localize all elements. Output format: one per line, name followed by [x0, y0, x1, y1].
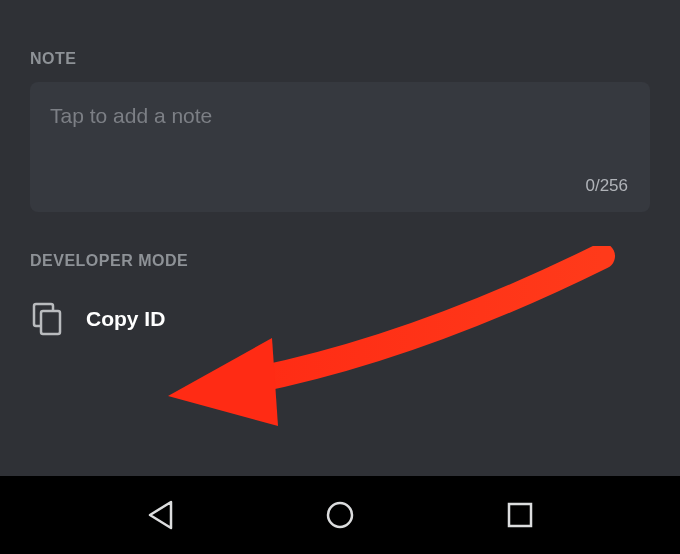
note-char-count: 0/256: [585, 176, 628, 196]
svg-rect-1: [41, 311, 60, 334]
svg-marker-2: [168, 338, 278, 426]
android-navbar: [0, 476, 680, 554]
svg-point-3: [328, 503, 352, 527]
note-placeholder-text: Tap to add a note: [50, 104, 630, 128]
copy-icon: [32, 302, 62, 336]
copy-id-label: Copy ID: [86, 307, 165, 331]
recents-button[interactable]: [485, 490, 555, 540]
svg-rect-4: [509, 504, 531, 526]
copy-id-button[interactable]: Copy ID: [30, 292, 650, 346]
developer-mode-header: DEVELOPER MODE: [30, 252, 650, 270]
note-input[interactable]: Tap to add a note 0/256: [30, 82, 650, 212]
home-button[interactable]: [305, 490, 375, 540]
note-section-header: NOTE: [30, 50, 650, 68]
back-button[interactable]: [125, 490, 195, 540]
